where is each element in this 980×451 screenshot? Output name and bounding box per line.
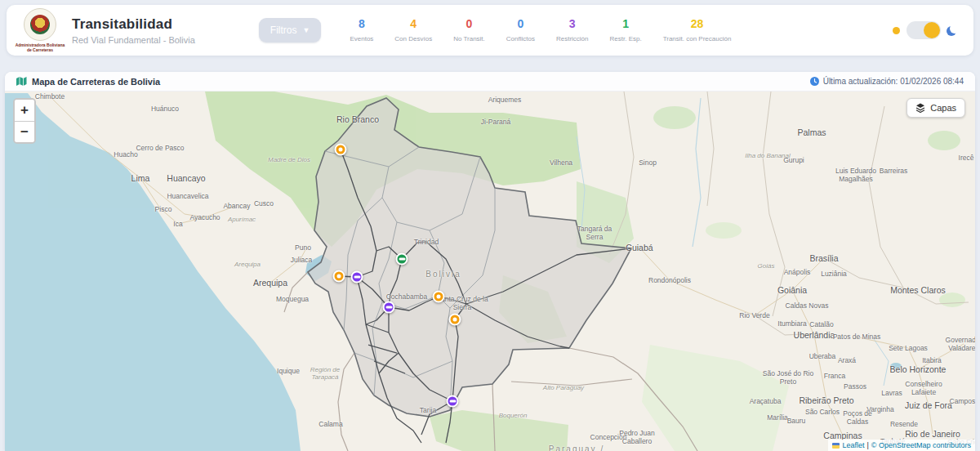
marker-glyph-icon	[354, 275, 360, 279]
stat-item: 0Conflictos	[496, 18, 546, 42]
zoom-in-button[interactable]: +	[15, 100, 34, 121]
event-marker-purple[interactable]	[351, 271, 363, 284]
osm-link[interactable]: © OpenStreetMap contributors	[871, 441, 971, 449]
abc-logo-caption: Administradora Boliviana de Carreteras	[14, 42, 66, 53]
abc-logo-emblem	[24, 8, 56, 41]
marker-glyph-icon	[385, 306, 392, 309]
moon-icon	[950, 24, 960, 33]
stats: 8Eventos4Con Desvíos0No Transit.0Conflic…	[339, 18, 742, 42]
stat-label: Restricción	[556, 35, 589, 42]
stat-value: 3	[569, 18, 576, 30]
marker-glyph-icon	[339, 148, 343, 152]
filters-button-label: Filtros	[270, 25, 297, 36]
map-panel-title: Mapa de Carreteras de Bolivia	[32, 77, 160, 87]
title-block: Transitabilidad Red Vial Fundamental - B…	[72, 16, 195, 45]
chevron-down-icon: ▼	[303, 27, 310, 34]
marker-glyph-icon	[337, 275, 341, 279]
stat-value: 4	[410, 18, 416, 30]
stat-value: 0	[517, 18, 523, 30]
clock-icon	[810, 77, 819, 86]
stat-item: 3Restricción	[546, 18, 599, 42]
page-title: Transitabilidad	[72, 16, 195, 33]
event-marker-green[interactable]	[396, 253, 408, 266]
page-subtitle: Red Vial Fundamental - Bolivia	[72, 35, 195, 45]
event-marker-orange[interactable]	[433, 291, 445, 303]
stat-label: Con Desvíos	[394, 35, 432, 42]
filters-button[interactable]: Filtros ▼	[259, 18, 322, 42]
event-marker-purple[interactable]	[447, 395, 459, 408]
stat-label: Eventos	[350, 35, 373, 42]
marker-glyph-icon	[437, 295, 441, 299]
sun-icon	[893, 27, 900, 34]
event-marker-orange[interactable]	[335, 144, 347, 156]
app-header: Administradora Boliviana de Carreteras T…	[7, 5, 973, 56]
last-update-text: Última actualización: 01/02/2026 08:44	[823, 77, 964, 86]
marker-glyph-icon	[453, 318, 457, 322]
stat-item: 8Eventos	[339, 18, 384, 42]
theme-toggle-knob	[924, 22, 940, 38]
header-center: Filtros ▼ 8Eventos4Con Desvíos0No Transi…	[259, 18, 742, 42]
map-panel-header: Mapa de Carreteras de Bolivia Última act…	[5, 72, 975, 92]
attribution-separator: |	[866, 441, 868, 449]
leaflet-link[interactable]: Leaflet	[842, 441, 864, 449]
stat-value: 1	[622, 18, 629, 30]
zoom-out-button[interactable]: −	[15, 121, 34, 142]
event-marker-purple[interactable]	[383, 301, 395, 314]
stat-item: 28Transit. con Precaución	[653, 18, 742, 42]
bolivia-coat-of-arms-icon	[30, 15, 50, 34]
stat-value: 0	[466, 18, 473, 30]
stat-label: Conflictos	[506, 35, 535, 42]
layers-button-label: Capas	[930, 103, 956, 113]
stat-item: 4Con Desvíos	[384, 18, 443, 42]
last-update-wrap: Última actualización: 01/02/2026 08:44	[810, 77, 964, 86]
layers-icon	[915, 103, 925, 113]
basemap-svg	[5, 92, 975, 451]
event-marker-orange[interactable]	[449, 314, 461, 326]
layers-button[interactable]: Capas	[906, 98, 965, 118]
stat-label: Transit. con Precaución	[663, 35, 732, 42]
stat-value: 8	[359, 18, 365, 30]
theme-toggle[interactable]	[906, 21, 941, 39]
map-canvas[interactable]: ChimboteHuánucoCerro de PascoHuachoLimaH…	[5, 92, 975, 451]
stat-item: 0No Transit.	[443, 18, 496, 42]
stat-value: 28	[691, 18, 704, 30]
theme-controls	[893, 21, 962, 39]
ukraine-flag-icon	[832, 443, 840, 449]
marker-glyph-icon	[399, 257, 405, 261]
stat-label: Restr. Esp.	[610, 35, 642, 42]
map-attribution: Leaflet | © OpenStreetMap contributors	[828, 440, 975, 451]
event-marker-orange[interactable]	[333, 270, 345, 283]
abc-logo: Administradora Boliviana de Carreteras	[16, 8, 64, 53]
marker-glyph-icon	[449, 400, 456, 403]
map-icon	[16, 77, 27, 86]
stat-label: No Transit.	[453, 35, 485, 42]
stat-item: 1Restr. Esp.	[599, 18, 653, 42]
map-panel: Mapa de Carreteras de Bolivia Última act…	[5, 72, 975, 451]
zoom-control: + −	[13, 98, 36, 144]
